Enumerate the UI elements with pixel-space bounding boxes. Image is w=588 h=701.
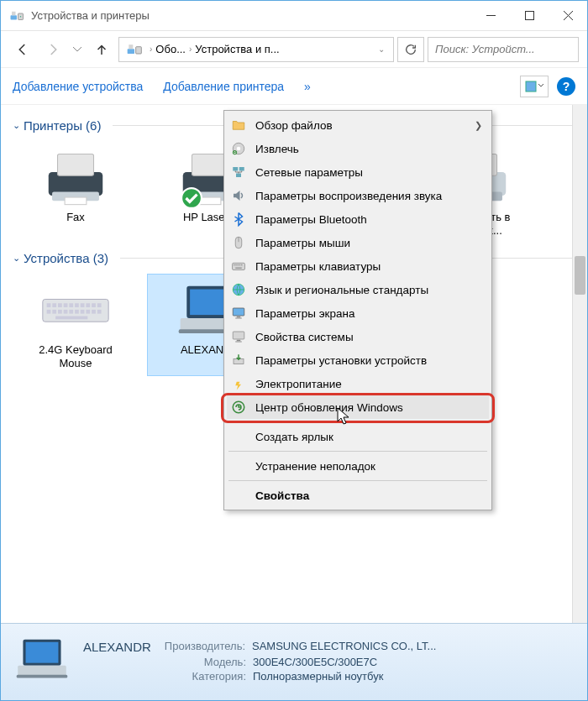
menu-item[interactable]: Устранение неполадок — [227, 454, 489, 478]
menu-item[interactable]: Параметры экрана — [227, 301, 489, 325]
menu-item-label: Центр обновления Windows — [255, 401, 482, 414]
status-value: SAMSUNG ELECTRONICS CO., LT... — [252, 640, 436, 654]
help-button[interactable]: ? — [557, 77, 575, 96]
device-item[interactable]: Fax — [13, 141, 139, 244]
svg-rect-42 — [58, 309, 62, 313]
devices-printers-icon — [9, 8, 24, 24]
svg-rect-10 — [136, 46, 142, 53]
breadcrumb-item[interactable]: Обо... — [155, 43, 186, 55]
network-icon — [230, 164, 247, 180]
menu-item[interactable]: Извлечь — [227, 137, 489, 160]
svg-rect-13 — [58, 154, 94, 175]
svg-rect-38 — [92, 303, 96, 307]
menu-item[interactable]: Сетевые параметры — [227, 160, 489, 184]
svg-rect-73 — [235, 268, 242, 269]
svg-rect-75 — [233, 308, 244, 316]
menu-item[interactable]: Параметры установки устройств — [227, 348, 489, 372]
system-icon — [230, 328, 247, 345]
menu-item[interactable]: Язык и региональные стандарты — [227, 278, 489, 301]
status-device-name: ALEXANDR — [83, 640, 151, 654]
svg-rect-36 — [81, 303, 85, 307]
sound-icon — [230, 187, 247, 204]
breadcrumb[interactable]: › Обо... › Устройства и п... ⌄ — [118, 37, 394, 62]
menu-item[interactable]: Параметры клавиатуры — [227, 254, 489, 278]
svg-point-3 — [20, 16, 22, 18]
menu-item[interactable]: Свойства — [227, 484, 489, 507]
breadcrumb-item[interactable]: Устройства и п... — [195, 43, 279, 55]
status-info: ALEXANDR Производитель: SAMSUNG ELECTRON… — [83, 640, 436, 684]
chevron-down-icon: ⌄ — [13, 120, 20, 131]
menu-item[interactable]: Параметры мыши — [227, 231, 489, 254]
menu-item-label: Параметры Bluetooth — [255, 213, 482, 226]
svg-rect-72 — [241, 264, 243, 266]
menu-item[interactable]: Параметры воспроизведения звука — [227, 184, 489, 207]
menu-item[interactable]: Создать ярлык — [227, 425, 489, 448]
svg-rect-43 — [64, 309, 68, 313]
devices-printers-icon — [126, 41, 143, 58]
menu-item[interactable]: Электропитание — [227, 372, 489, 395]
view-options-button[interactable] — [520, 76, 549, 97]
mouse-icon — [230, 234, 247, 251]
back-button[interactable] — [9, 36, 36, 63]
svg-rect-30 — [47, 303, 51, 307]
up-button[interactable] — [88, 36, 115, 63]
vertical-scrollbar[interactable] — [572, 105, 587, 623]
install-icon — [230, 352, 247, 369]
svg-rect-44 — [69, 309, 73, 313]
chevron-down-icon: ⌄ — [13, 253, 20, 264]
svg-rect-64 — [236, 174, 241, 178]
search-input[interactable] — [428, 37, 579, 62]
add-printer-button[interactable]: Добавление принтера — [163, 80, 284, 93]
svg-rect-85 — [18, 665, 66, 675]
svg-rect-69 — [235, 264, 237, 266]
maximize-button[interactable] — [510, 1, 549, 31]
svg-rect-0 — [11, 15, 18, 19]
menu-item-label: Обзор файлов — [255, 119, 466, 132]
svg-rect-77 — [235, 317, 242, 319]
svg-rect-47 — [86, 309, 90, 313]
svg-rect-46 — [81, 309, 85, 313]
svg-rect-67 — [233, 263, 245, 269]
menu-item[interactable]: Параметры Bluetooth — [227, 207, 489, 231]
status-value: 300E4C/300E5C/300E7C — [253, 656, 377, 668]
eject-icon — [230, 140, 247, 157]
device-label: 2.4G Keyboard Mouse — [39, 343, 112, 371]
status-bar: ALEXANDR Производитель: SAMSUNG ELECTRON… — [1, 623, 587, 700]
svg-rect-11 — [526, 81, 536, 92]
search-field[interactable] — [428, 43, 578, 55]
forward-button[interactable] — [39, 36, 66, 63]
add-device-button[interactable]: Добавление устройства — [13, 80, 143, 93]
menu-item-label: Сетевые параметры — [255, 166, 482, 179]
svg-rect-40 — [47, 309, 51, 313]
menu-item-label: Электропитание — [255, 378, 482, 390]
chevron-right-icon: › — [150, 44, 152, 54]
close-button[interactable] — [549, 1, 587, 31]
svg-rect-63 — [239, 167, 244, 171]
menu-item[interactable]: Центр обновления Windows — [227, 395, 489, 419]
menu-item[interactable]: Обзор файлов❯ — [227, 113, 489, 137]
keyboard-icon — [230, 258, 247, 275]
svg-rect-32 — [58, 303, 62, 307]
svg-rect-70 — [238, 264, 239, 266]
menu-item-label: Устранение неполадок — [255, 460, 482, 473]
svg-rect-45 — [75, 309, 79, 313]
menu-item-label: Свойства системы — [255, 331, 482, 343]
device-item[interactable]: 2.4G Keyboard Mouse — [13, 274, 139, 377]
scrollbar-thumb[interactable] — [575, 256, 585, 295]
svg-rect-33 — [64, 303, 68, 307]
svg-rect-41 — [52, 309, 56, 313]
laptop-icon — [13, 636, 71, 689]
refresh-button[interactable] — [397, 37, 424, 62]
menu-item[interactable]: Свойства системы — [227, 325, 489, 348]
toolbar-expand-button[interactable]: » — [304, 80, 311, 93]
nav-history-dropdown[interactable] — [70, 47, 85, 52]
breadcrumb-dropdown[interactable]: ⌄ — [373, 44, 390, 54]
minimize-button[interactable] — [471, 1, 510, 31]
folder-icon — [230, 117, 247, 133]
menu-item-label: Параметры мыши — [255, 237, 482, 249]
titlebar: Устройства и принтеры — [1, 1, 587, 31]
svg-rect-49 — [97, 309, 102, 313]
menu-item-label: Создать ярлык — [255, 431, 482, 443]
svg-rect-86 — [17, 674, 68, 677]
menu-separator — [228, 421, 487, 422]
